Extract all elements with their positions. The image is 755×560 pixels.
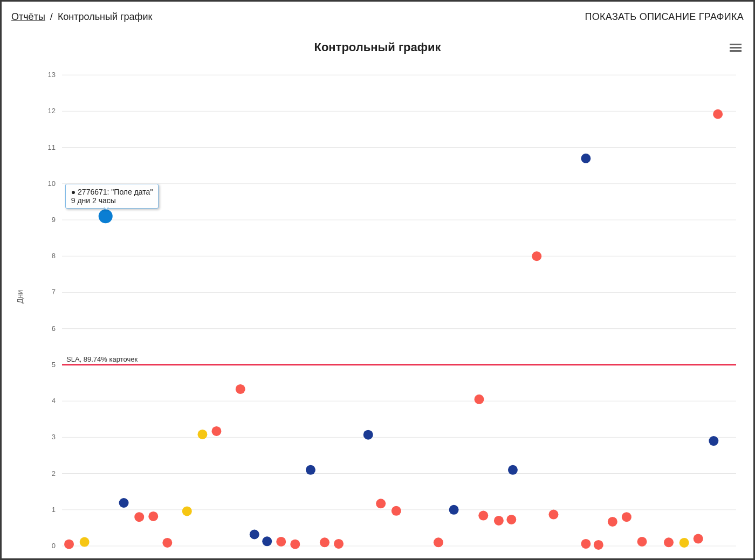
chart-point[interactable] [392,506,401,516]
svg-text:5: 5 [52,361,56,369]
tooltip-line2: 9 дни 2 часы [71,196,153,205]
y-axis-label: Дни [16,290,24,303]
chart-point[interactable] [334,539,344,549]
chart-point[interactable] [594,540,603,550]
chart-point[interactable] [434,537,443,547]
svg-text:8: 8 [52,252,56,260]
breadcrumb: Отчёты / Контрольный график [11,11,152,23]
chart-point[interactable] [182,506,192,516]
svg-text:4: 4 [52,397,56,405]
chart-point[interactable] [376,499,386,508]
chart-point[interactable] [162,538,172,548]
chart-point[interactable] [548,510,558,520]
chart-point[interactable] [532,251,541,261]
chart-point[interactable] [608,517,617,527]
svg-text:9: 9 [52,216,56,224]
svg-text:10: 10 [48,179,56,188]
chart-point[interactable] [709,436,718,446]
chart-point[interactable] [449,505,459,515]
chart-tooltip: ● 2776671: "Поле дата" 9 дни 2 часы [65,184,159,209]
chart-point[interactable] [664,537,674,547]
chart-title: Контрольный график [2,40,753,54]
chart-point[interactable] [211,426,221,436]
chart-point[interactable] [713,109,723,119]
chart-point[interactable] [134,512,144,522]
chart-point[interactable] [306,465,315,475]
chart-point[interactable] [680,538,689,548]
chart-point[interactable] [581,154,591,163]
chart-point[interactable] [506,515,516,524]
svg-text:SLA, 89.74% карточек: SLA, 89.74% карточек [66,355,138,363]
chart-point[interactable] [276,537,286,547]
breadcrumb-current: Контрольный график [58,11,152,22]
chart-point[interactable] [622,512,632,522]
tooltip-line1: ● 2776671: "Поле дата" [71,188,153,196]
chart-point[interactable] [320,537,330,547]
chart-point[interactable] [197,430,207,439]
svg-text:0: 0 [52,542,56,550]
chart-point[interactable] [262,536,272,546]
chart-point[interactable] [290,540,300,549]
chart-point[interactable] [250,529,259,539]
svg-text:3: 3 [52,433,56,441]
chart-menu-icon[interactable] [730,44,742,53]
chart-point[interactable] [64,540,74,549]
svg-text:11: 11 [48,143,56,151]
svg-text:13: 13 [48,71,56,79]
svg-text:2: 2 [52,469,56,478]
chart-point[interactable] [694,534,703,544]
svg-text:1: 1 [52,506,56,514]
chart-point[interactable] [119,498,129,508]
breadcrumb-sep: / [50,11,53,22]
chart-point[interactable] [637,537,647,547]
chart-point[interactable] [236,384,245,394]
breadcrumb-root[interactable]: Отчёты [11,11,45,22]
chart-plot-area[interactable]: 012345678910111213SLA, 89.74% карточек [46,60,742,551]
chart-point[interactable] [581,539,591,549]
chart-point[interactable] [478,511,488,521]
chart-point[interactable] [474,395,484,404]
chart-point[interactable] [363,430,373,440]
show-description-button[interactable]: ПОКАЗАТЬ ОПИСАНИЕ ГРАФИКА [585,11,744,23]
chart-point[interactable] [494,516,504,526]
chart-point[interactable] [80,537,90,547]
svg-text:7: 7 [52,288,56,296]
chart-point[interactable] [148,511,158,521]
svg-text:12: 12 [48,107,56,115]
chart-point[interactable] [508,465,518,475]
svg-text:6: 6 [52,324,56,333]
